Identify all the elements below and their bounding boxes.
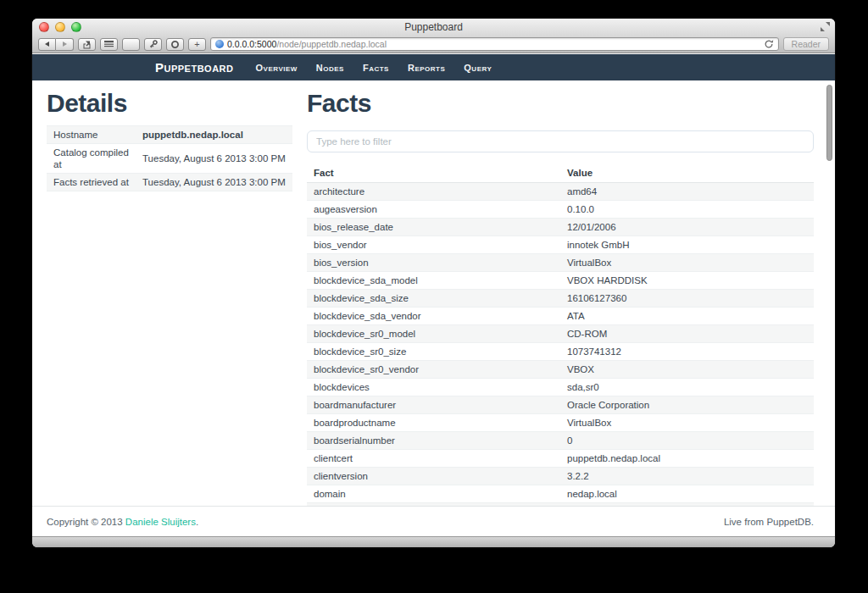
- fact-name: bios_vendor: [307, 236, 560, 253]
- reading-list-icon: [104, 41, 114, 48]
- details-row: Hostnamepuppetdb.nedap.local: [47, 125, 292, 143]
- reader-button[interactable]: Reader: [783, 37, 829, 51]
- details-heading: Details: [47, 89, 292, 119]
- fact-name: blockdevice_sr0_vendor: [307, 360, 560, 378]
- facts-heading: Facts: [307, 89, 814, 119]
- fact-value: VirtualBox: [560, 253, 814, 271]
- fact-value: VirtualBox: [560, 413, 814, 431]
- refresh-icon[interactable]: [764, 39, 774, 49]
- forward-button[interactable]: [56, 38, 74, 51]
- table-row: bios_release_date12/01/2006: [307, 218, 814, 236]
- nav-item-overview[interactable]: Overview: [256, 63, 298, 73]
- reader-label: Reader: [792, 39, 821, 49]
- globe-favicon-icon: [215, 40, 224, 48]
- details-label: Catalog compiled at: [47, 143, 136, 173]
- page-content: Details Hostnamepuppetdb.nedap.localCata…: [32, 80, 835, 506]
- facts-panel: Facts Fact Value architectureamd64augeas…: [307, 80, 814, 506]
- fact-value: ATA: [560, 307, 814, 324]
- browser-window: Puppetboard: [32, 19, 835, 547]
- table-row: blockdevice_sr0_modelCD-ROM: [307, 324, 814, 342]
- table-row: boardserialnumber0: [307, 431, 814, 449]
- url-path: /node/puppetdb.nedap.local: [276, 39, 387, 49]
- fact-name: boardproductname: [307, 413, 560, 431]
- table-row: blockdevice_sda_vendorATA: [307, 307, 814, 324]
- details-value: Tuesday, August 6 2013 3:00 PM: [136, 173, 292, 191]
- facts-filter-input[interactable]: [307, 130, 814, 152]
- fact-value: Oracle Corporation: [560, 396, 814, 413]
- nav-item-nodes[interactable]: Nodes: [316, 63, 344, 73]
- window-title: Puppetboard: [404, 21, 463, 33]
- fact-name: domain: [307, 485, 560, 502]
- table-row: augeasversion0.10.0: [307, 200, 814, 218]
- back-icon: [45, 42, 49, 47]
- page-footer: Copyright © 2013 Daniele Sluijters. Live…: [32, 506, 835, 536]
- live-from-text: Live from PuppetDB.: [724, 517, 814, 527]
- navbar-brand[interactable]: Puppetboard: [155, 60, 234, 75]
- fullscreen-icon[interactable]: [821, 22, 830, 31]
- fact-value: innotek GmbH: [560, 236, 814, 253]
- reading-list-button[interactable]: [100, 38, 118, 51]
- fact-name: blockdevices: [307, 378, 560, 396]
- scrollbar-thumb[interactable]: [826, 85, 832, 161]
- table-row: bios_vendorinnotek GmbH: [307, 236, 814, 253]
- details-value: Tuesday, August 6 2013 3:00 PM: [136, 143, 292, 173]
- details-row: Catalog compiled atTuesday, August 6 201…: [47, 143, 292, 173]
- nav-item-query[interactable]: Query: [464, 63, 492, 73]
- fact-value: 12/01/2006: [560, 218, 814, 236]
- table-row: bios_versionVirtualBox: [307, 253, 814, 271]
- key-icon: [148, 39, 159, 49]
- details-value: puppetdb.nedap.local: [136, 125, 292, 143]
- details-table: Hostnamepuppetdb.nedap.localCatalog comp…: [47, 125, 292, 191]
- fact-name: bios_release_date: [307, 218, 560, 236]
- copyright-text: Copyright © 2013 Daniele Sluijters.: [47, 517, 198, 527]
- fact-name: blockdevice_sr0_size: [307, 342, 560, 360]
- back-button[interactable]: [38, 38, 56, 51]
- browser-toolbar: + 0.0.0.0:5000/node/puppetdb.nedap.local…: [32, 36, 835, 53]
- page-viewport: Puppetboard OverviewNodesFactsReportsQue…: [32, 53, 835, 536]
- fact-value: 16106127360: [560, 289, 814, 307]
- fact-name: boardserialnumber: [307, 431, 560, 449]
- fact-value: VBOX HARDDISK: [560, 271, 814, 289]
- add-tab-button[interactable]: +: [188, 38, 206, 51]
- nav-items: OverviewNodesFactsReportsQuery: [247, 63, 502, 73]
- browser-status-bar: [32, 536, 835, 547]
- fact-name: blockdevice_sda_model: [307, 271, 560, 289]
- traffic-lights: [39, 22, 81, 32]
- close-icon[interactable]: [39, 22, 49, 32]
- author-link[interactable]: Daniele Sluijters: [125, 517, 196, 527]
- table-row: boardmanufacturerOracle Corporation: [307, 396, 814, 413]
- history-buttons: [38, 38, 74, 51]
- blank-extension-button[interactable]: [122, 38, 140, 51]
- minimize-icon[interactable]: [55, 22, 65, 32]
- zoom-icon[interactable]: [71, 22, 81, 32]
- circle-extension-button[interactable]: [166, 38, 184, 51]
- forward-icon: [63, 42, 67, 47]
- fact-name: architecture: [307, 182, 560, 200]
- app-navbar: Puppetboard OverviewNodesFactsReportsQue…: [32, 54, 835, 80]
- fact-name: clientcert: [307, 449, 560, 467]
- facts-table-header: Fact Value: [307, 163, 814, 183]
- nav-item-facts[interactable]: Facts: [363, 63, 389, 73]
- fact-name: blockdevice_sda_vendor: [307, 307, 560, 324]
- share-button[interactable]: [78, 38, 96, 51]
- password-key-button[interactable]: [144, 38, 162, 51]
- circle-extension-icon: [170, 40, 180, 49]
- fact-value: amd64: [560, 182, 814, 200]
- table-row: boardproductnameVirtualBox: [307, 413, 814, 431]
- fact-name: bios_version: [307, 253, 560, 271]
- details-row: Facts retrieved atTuesday, August 6 2013…: [47, 173, 292, 191]
- add-icon: +: [194, 40, 199, 49]
- table-row: blockdevice_sr0_vendorVBOX: [307, 360, 814, 378]
- fact-name: augeasversion: [307, 200, 560, 218]
- share-icon: [82, 40, 92, 49]
- address-bar[interactable]: 0.0.0.0:5000/node/puppetdb.nedap.local: [210, 37, 779, 51]
- details-panel: Details Hostnamepuppetdb.nedap.localCata…: [47, 80, 292, 506]
- fact-value: 0: [560, 431, 814, 449]
- table-row: domainnedap.local: [307, 485, 814, 502]
- details-table-body: Hostnamepuppetdb.nedap.localCatalog comp…: [47, 125, 292, 191]
- table-row: clientcertpuppetdb.nedap.local: [307, 449, 814, 467]
- fact-value: nedap.local: [560, 485, 814, 502]
- table-row: blockdevicessda,sr0: [307, 378, 814, 396]
- nav-item-reports[interactable]: Reports: [408, 63, 445, 73]
- facts-table-body: architectureamd64augeasversion0.10.0bios…: [307, 182, 814, 506]
